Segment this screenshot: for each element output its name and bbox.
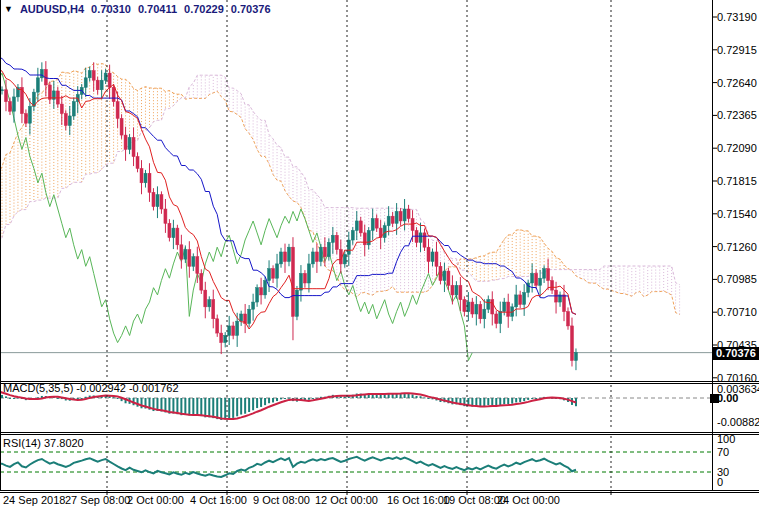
time-axis-label[interactable]: 24 Sep 2018: [3, 494, 65, 506]
price-axis-label[interactable]: 0.70160: [717, 372, 757, 384]
symbol-dropdown-icon[interactable]: ▼: [4, 4, 13, 14]
symbol-timeframe-label: AUDUSD,H4: [20, 3, 84, 15]
macd-histogram-bar: [192, 398, 194, 415]
bull-candle: [268, 269, 271, 281]
macd-histogram-bar: [519, 398, 521, 402]
bull-candle: [419, 233, 422, 243]
bear-candle: [535, 273, 538, 285]
time-axis-label[interactable]: 9 Oct 08:00: [253, 494, 310, 506]
macd-histogram-bar: [204, 398, 206, 417]
bull-candle: [487, 300, 490, 310]
bull-candle: [84, 78, 87, 88]
bull-candle: [347, 240, 350, 254]
rsi-scale-70[interactable]: 70: [717, 446, 729, 458]
macd-histogram-bar: [264, 398, 266, 405]
macd-histogram-bar: [9, 398, 11, 399]
rsi-scale-0[interactable]: 0: [717, 476, 723, 488]
ohlc-open: 0.70310: [91, 3, 131, 15]
time-axis-label[interactable]: 12 Oct 00:00: [315, 494, 378, 506]
macd-histogram-bar: [428, 398, 430, 399]
bull-candle: [228, 326, 231, 336]
price-axis-label[interactable]: 0.72090: [717, 142, 757, 154]
price-axis-label[interactable]: 0.71540: [717, 208, 757, 220]
chart-plot-area[interactable]: [0, 0, 759, 511]
bull-candle: [515, 295, 518, 307]
bull-candle: [28, 106, 31, 123]
bear-candle: [375, 219, 378, 229]
macd-histogram-bar: [137, 398, 139, 407]
macd-histogram-bar: [420, 396, 422, 398]
macd-histogram-bar: [240, 398, 242, 415]
bear-candle: [124, 135, 127, 149]
price-axis-label[interactable]: 0.70710: [717, 306, 757, 318]
bull-candle: [299, 273, 302, 290]
macd-histogram-bar: [232, 398, 234, 418]
macd-histogram-bar: [184, 398, 186, 415]
bull-candle: [276, 264, 279, 278]
time-axis-label[interactable]: 2 Oct 00:00: [127, 494, 184, 506]
bull-candle: [503, 302, 506, 312]
bear-candle: [120, 118, 123, 135]
bull-candle: [156, 195, 159, 207]
macd-scale-zero[interactable]: 0.00: [717, 392, 738, 404]
price-axis-label[interactable]: 0.71815: [717, 175, 757, 187]
price-axis-label[interactable]: 0.70435: [717, 339, 757, 351]
macd-histogram-bar: [515, 398, 517, 402]
bull-candle: [355, 221, 358, 231]
macd-histogram-bar: [308, 398, 310, 400]
ohlc-high: 0.70411: [138, 3, 177, 15]
rsi-current-value: 37.8020: [44, 437, 84, 449]
bear-candle: [108, 73, 111, 87]
bull-candle: [371, 219, 374, 231]
bear-candle: [232, 326, 235, 336]
time-axis-label[interactable]: 24 Oct 00:00: [497, 494, 560, 506]
macd-histogram-bar: [487, 398, 489, 405]
macd-histogram-bar: [248, 398, 250, 412]
macd-histogram-bar: [208, 398, 210, 417]
bear-candle: [547, 269, 550, 281]
bull-candle: [252, 302, 255, 309]
bull-candle: [307, 264, 310, 283]
bull-candle: [531, 273, 534, 283]
bear-candle: [323, 247, 326, 257]
time-axis-label[interactable]: 4 Oct 16:00: [190, 494, 247, 506]
bear-candle: [212, 300, 215, 319]
bull-candle: [327, 242, 330, 256]
macd-histogram-bar: [483, 398, 485, 406]
bull-candle: [100, 80, 103, 90]
macd-histogram-bar: [276, 398, 278, 401]
price-axis-label[interactable]: 0.72365: [717, 109, 757, 121]
price-axis-label[interactable]: 0.73190: [717, 11, 757, 23]
bull-candle: [523, 293, 526, 305]
bull-candle: [443, 271, 446, 281]
senkou-span-a-line: [0, 63, 680, 340]
price-axis-label[interactable]: 0.72915: [717, 44, 757, 56]
time-axis-label[interactable]: 27 Sep 08:00: [65, 494, 130, 506]
rsi-pane[interactable]: [0, 452, 712, 477]
rsi-scale-100[interactable]: 100: [717, 433, 735, 445]
time-axis-label[interactable]: 16 Oct 16:00: [387, 494, 450, 506]
price-axis-label[interactable]: 0.70985: [717, 273, 757, 285]
bull-candle: [311, 252, 314, 264]
bear-candle: [132, 137, 135, 156]
price-axis-label[interactable]: 0.71260: [717, 241, 757, 253]
bear-candle: [335, 235, 338, 249]
macd-histogram-bar: [284, 398, 286, 399]
bull-candle: [455, 285, 458, 295]
macd-histogram-bar: [113, 397, 115, 398]
bear-candle: [284, 252, 287, 262]
bear-candle: [471, 302, 474, 314]
bear-candle: [495, 314, 498, 324]
bear-candle: [272, 269, 275, 279]
price-axis-label[interactable]: 0.72640: [717, 77, 757, 89]
bull-candle: [12, 97, 15, 111]
bull-candle: [287, 247, 290, 261]
bear-candle: [60, 104, 63, 114]
macd-histogram-bar: [176, 398, 178, 414]
macd-histogram-bar: [312, 398, 314, 399]
bull-candle: [36, 78, 39, 92]
macd-histogram-bar: [57, 398, 59, 399]
macd-scale-bottom[interactable]: -0.008823: [717, 416, 759, 428]
bull-candle: [208, 300, 211, 307]
bear-candle: [519, 295, 522, 305]
